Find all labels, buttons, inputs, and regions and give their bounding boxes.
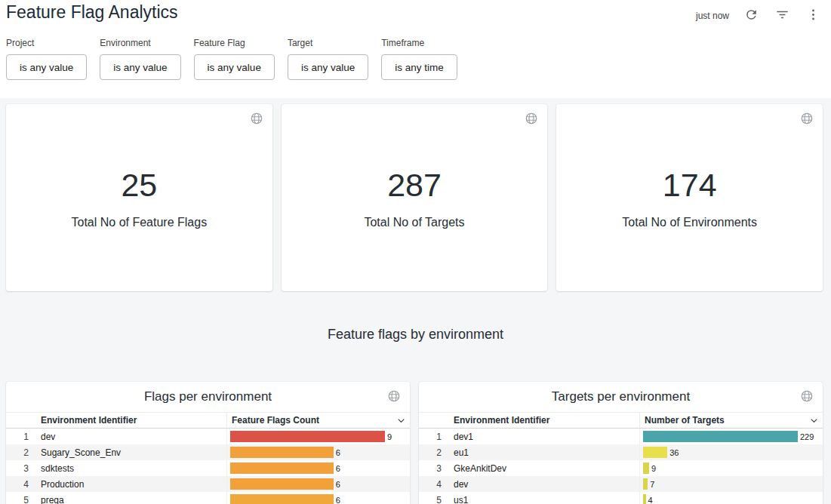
globe-icon[interactable] (387, 389, 401, 403)
value-label: 9 (651, 464, 656, 473)
column-header-environment[interactable]: Environment Identifier (449, 415, 639, 426)
environment-cell: dev (36, 432, 226, 442)
filter-project: Project is any value (6, 38, 87, 80)
table-row[interactable]: 2Sugary_Scone_Env6 (6, 444, 410, 460)
column-header-count[interactable]: Feature Flags Count (226, 413, 410, 428)
stat-value: 287 (282, 167, 548, 203)
table-header: Environment Identifier Feature Flags Cou… (6, 412, 410, 429)
value-bar (643, 478, 648, 490)
environment-cell: us1 (449, 495, 639, 504)
filter-target: Target is any value (288, 38, 368, 80)
more-menu-button[interactable] (805, 6, 822, 26)
value-bar (643, 463, 649, 474)
table-tiles: Flags per environment Environment Identi… (6, 382, 823, 504)
tile-title: Flags per environment (6, 382, 410, 412)
table-row[interactable]: 5us14 (419, 492, 823, 504)
value-cell: 6 (226, 460, 410, 476)
table-tile-flags-per-environment: Flags per environment Environment Identi… (6, 382, 410, 504)
value-cell: 9 (226, 429, 410, 444)
value-label: 6 (336, 496, 340, 504)
value-label: 6 (336, 480, 340, 489)
refresh-icon (744, 8, 759, 24)
table-row[interactable]: 4Production6 (6, 476, 410, 492)
value-cell: 229 (639, 429, 823, 444)
row-index: 4 (6, 479, 36, 490)
row-index: 2 (419, 447, 449, 458)
filter-label: Timeframe (381, 38, 457, 48)
filter-icon (775, 8, 789, 24)
chevron-down-icon[interactable] (808, 415, 820, 426)
page-title: Feature Flag Analytics (6, 2, 178, 23)
table-row[interactable]: 2eu136 (419, 444, 823, 460)
globe-icon[interactable] (250, 112, 263, 125)
stat-tile-feature-flags: 25 Total No of Feature Flags (6, 104, 272, 291)
value-cell: 36 (639, 444, 823, 460)
value-bar (230, 478, 334, 490)
stat-label: Total No of Feature Flags (6, 216, 272, 229)
value-label: 6 (336, 464, 340, 473)
stat-label: Total No of Environments (556, 216, 823, 229)
globe-icon[interactable] (800, 389, 814, 403)
last-updated: just now (696, 11, 729, 21)
value-bar (643, 431, 798, 442)
value-bar (230, 494, 334, 504)
filter-bar: Project is any value Environment is any … (6, 38, 457, 80)
value-label: 229 (800, 432, 814, 441)
filter-label: Target (288, 38, 368, 48)
environment-cell: Sugary_Scone_Env (36, 447, 226, 458)
filter-feature-flag-value[interactable]: is any value (194, 54, 275, 80)
filter-environment: Environment is any value (100, 38, 180, 80)
filter-timeframe-value[interactable]: is any time (381, 54, 457, 80)
value-bar (643, 447, 667, 458)
row-index: 1 (6, 432, 36, 442)
environment-cell: eu1 (449, 447, 639, 458)
filter-label: Project (6, 38, 87, 48)
stat-value: 25 (6, 167, 272, 203)
more-menu-icon (806, 8, 820, 24)
column-header-environment[interactable]: Environment Identifier (36, 415, 226, 426)
value-label: 6 (336, 448, 340, 457)
filter-environment-value[interactable]: is any value (100, 54, 180, 80)
filter-label: Feature Flag (194, 38, 275, 48)
value-cell: 6 (226, 492, 410, 504)
dashboard-header: Feature Flag Analytics just now (0, 0, 831, 32)
value-bar (230, 447, 334, 458)
row-index: 2 (6, 447, 36, 458)
table-row[interactable]: 4dev7 (419, 476, 823, 492)
row-index: 3 (419, 463, 449, 474)
table-row[interactable]: 1dev9 (6, 429, 410, 444)
filter-button[interactable] (774, 6, 791, 26)
environment-cell: Production (36, 479, 226, 490)
value-bar (230, 431, 385, 442)
chevron-down-icon[interactable] (395, 415, 407, 426)
tile-title: Targets per environment (419, 382, 823, 412)
table-row[interactable]: 3sdktests6 (6, 460, 410, 476)
value-cell: 6 (226, 444, 410, 460)
environment-cell: prega (36, 495, 226, 504)
value-cell: 9 (639, 460, 823, 476)
filter-target-value[interactable]: is any value (288, 54, 368, 80)
table-row[interactable]: 5prega6 (6, 492, 410, 504)
value-label: 4 (648, 496, 653, 504)
table-body: 1dev12292eu1363GkeAnkitDev94dev75us14 (419, 429, 823, 504)
globe-icon[interactable] (800, 112, 814, 125)
stat-tiles: 25 Total No of Feature Flags 287 Total N… (6, 104, 823, 291)
table-row[interactable]: 1dev1229 (419, 429, 823, 444)
value-label: 36 (669, 448, 679, 457)
filter-project-value[interactable]: is any value (6, 54, 87, 80)
row-index: 1 (419, 432, 449, 442)
stat-value: 174 (556, 167, 823, 203)
table-row[interactable]: 3GkeAnkitDev9 (419, 460, 823, 476)
stat-label: Total No of Targets (282, 216, 548, 229)
row-index: 4 (419, 479, 449, 490)
value-cell: 6 (226, 476, 410, 492)
column-header-count[interactable]: Number of Targets (639, 413, 823, 428)
filter-feature-flag: Feature Flag is any value (194, 38, 275, 80)
filter-timeframe: Timeframe is any time (381, 38, 457, 80)
value-cell: 7 (639, 476, 823, 492)
globe-icon[interactable] (525, 112, 538, 125)
refresh-button[interactable] (743, 6, 760, 26)
row-index: 3 (6, 463, 36, 474)
environment-cell: GkeAnkitDev (449, 463, 639, 474)
value-label: 7 (650, 480, 654, 489)
